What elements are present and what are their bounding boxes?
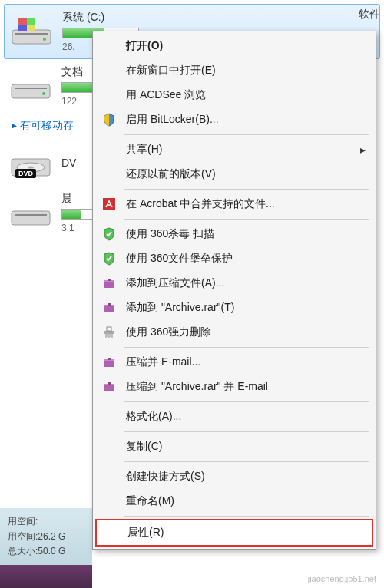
svg-rect-4 [18, 18, 27, 25]
menu-add-archive-rar[interactable]: 添加到 "Archive.rar"(T) [95, 296, 373, 320]
menu-acrobat[interactable]: 在 Acrobat 中合并支持的文件... [95, 192, 373, 216]
watermark: jiaocheng.jb51.net [308, 573, 376, 584]
menu-separator [124, 347, 369, 348]
drive-icon [8, 196, 54, 230]
svg-point-10 [42, 92, 45, 95]
context-menu: 打开(O) 在新窗口中打开(E) 用 ACDSee 浏览 启用 BitLocke… [92, 31, 376, 550]
menu-separator [124, 219, 369, 220]
menu-share[interactable]: 共享(H) [95, 137, 373, 162]
svg-rect-5 [27, 18, 35, 25]
menu-force-delete[interactable]: 使用 360强力删除 [95, 320, 373, 345]
svg-rect-1 [15, 33, 48, 35]
menu-separator [124, 431, 369, 432]
total-size-value: 50.0 G [38, 544, 65, 559]
svg-rect-22 [108, 303, 111, 306]
dvd-icon: DVD [8, 145, 54, 180]
svg-rect-14 [12, 211, 50, 225]
svg-rect-23 [104, 331, 114, 334]
menu-scan360[interactable]: 使用 360杀毒 扫描 [95, 222, 373, 246]
menu-copy[interactable]: 复制(C) [95, 434, 373, 459]
menu-rename[interactable]: 重命名(M) [95, 489, 373, 514]
menu-compress-rar-email[interactable]: 压缩到 "Archive.rar" 并 E-mail [95, 375, 373, 399]
menu-add-archive[interactable]: 添加到压缩文件(A)... [95, 271, 373, 296]
menu-bitlocker[interactable]: 启用 BitLocker(B)... [95, 107, 373, 132]
shield360-icon [101, 226, 117, 242]
used-space-label: 用空间: [8, 514, 38, 529]
svg-point-2 [43, 38, 46, 41]
svg-rect-15 [15, 214, 47, 216]
svg-rect-7 [27, 25, 35, 31]
svg-rect-32 [108, 358, 111, 360]
menu-separator [124, 189, 369, 190]
adobe-icon [101, 197, 117, 212]
svg-rect-29 [107, 327, 111, 331]
menu-acdsee[interactable]: 用 ACDSee 浏览 [95, 83, 373, 107]
menu-separator [124, 401, 369, 402]
shield-icon [101, 112, 117, 127]
svg-rect-19 [108, 279, 111, 281]
svg-rect-0 [12, 30, 51, 44]
winrar-icon [101, 276, 117, 291]
menu-format[interactable]: 格式化(A)... [95, 405, 373, 429]
winrar-icon [101, 379, 117, 395]
winrar-icon [101, 355, 117, 370]
menu-properties[interactable]: 属性(R) [95, 519, 373, 547]
total-size-label: 总大小: [8, 544, 38, 559]
svg-rect-35 [108, 382, 111, 385]
menu-separator [124, 516, 369, 517]
svg-rect-6 [18, 25, 27, 31]
taskbar [0, 565, 92, 588]
menu-separator [124, 461, 369, 462]
menu-restore-version[interactable]: 还原以前的版本(V) [95, 162, 373, 187]
drive-label: 系统 (C:) [62, 11, 376, 25]
drive-icon [8, 69, 54, 104]
shield360-icon [101, 251, 117, 266]
menu-compress-email[interactable]: 压缩并 E-mail... [95, 350, 373, 375]
used-space-label: 用空间: [8, 530, 38, 544]
used-space-value: 26.2 G [38, 530, 65, 544]
menu-create-shortcut[interactable]: 创建快捷方式(S) [95, 464, 373, 489]
shredder-icon [101, 325, 117, 340]
winrar-icon [101, 300, 117, 315]
menu-protect360[interactable]: 使用 360文件堡垒保护 [95, 246, 373, 271]
svg-rect-8 [12, 84, 50, 98]
svg-point-13 [28, 166, 34, 168]
menu-open-new-window[interactable]: 在新窗口中打开(E) [95, 58, 373, 83]
menu-open[interactable]: 打开(O) [95, 34, 373, 58]
drive-icon [8, 15, 55, 49]
drive-software[interactable]: 软件 [359, 8, 380, 21]
svg-rect-9 [15, 88, 47, 89]
drive-details-panel: 用空间: 用空间: 26.2 G 总大小: 50.0 G [0, 508, 92, 565]
menu-separator [124, 134, 369, 135]
